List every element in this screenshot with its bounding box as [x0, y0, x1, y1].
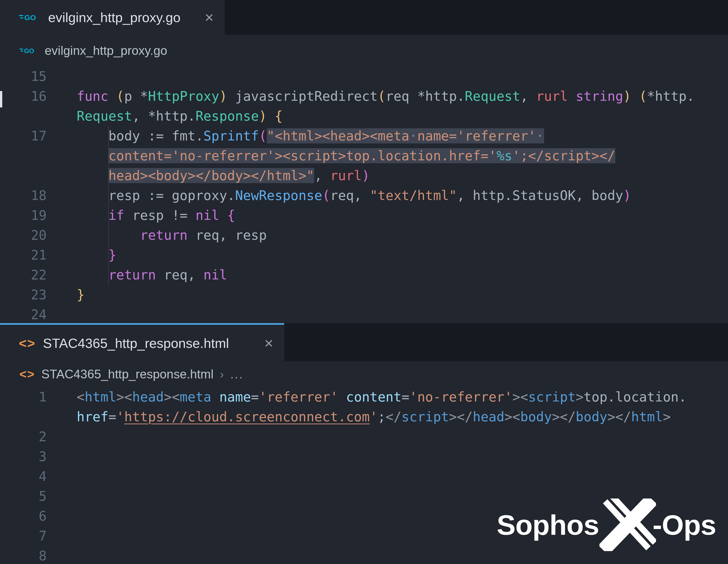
indent-guide [108, 126, 109, 285]
code-line[interactable]: <html><head><meta name='referrer' conten… [77, 387, 728, 407]
go-editor-panel: GO evilginx_http_proxy.go × GO evilginx_… [0, 0, 728, 323]
code-line[interactable]: if resp != nil { [77, 206, 728, 225]
go-file-icon: GO [19, 12, 41, 23]
line-number: 23 [0, 285, 47, 305]
line-number: 20 [0, 225, 47, 245]
code-row: 3 [0, 447, 728, 466]
code-row: 22 return req, nil [0, 265, 728, 285]
code-line[interactable]: resp := goproxy.NewResponse(req, "text/h… [77, 186, 728, 206]
line-number: 24 [0, 305, 47, 324]
line-number: 16 [0, 86, 47, 106]
html-file-icon: <> [19, 367, 35, 381]
code-row: 24 [0, 305, 728, 324]
line-number: 8 [0, 546, 47, 564]
line-number: 4 [0, 466, 47, 486]
code-line[interactable]: body := fmt.Sprintf("<html><head><meta·n… [77, 126, 728, 146]
code-row: href='https://cloud.screenconnect.com';<… [0, 407, 728, 427]
code-row: 23} [0, 285, 728, 305]
line-number: 1 [0, 387, 47, 407]
code-row: 16func (p *HttpProxy) javascriptRedirect… [0, 86, 728, 106]
svg-text:GO: GO [24, 47, 34, 55]
bottom-tab-bar: <> STAC4365_http_response.html × [0, 323, 728, 361]
code-row: 2 [0, 427, 728, 447]
top-code: 1516func (p *HttpProxy) javascriptRedire… [0, 67, 728, 324]
line-number: 7 [0, 526, 47, 546]
breadcrumb-ellipsis[interactable]: ... [230, 367, 244, 381]
code-line[interactable]: content='no-referrer'><script>top.locati… [77, 146, 728, 166]
code-row: 18 resp := goproxy.NewResponse(req, "tex… [0, 186, 728, 206]
line-number: 6 [0, 506, 47, 526]
html-file-icon: <> [19, 335, 35, 351]
code-row: 20 return req, resp [0, 225, 728, 245]
code-line[interactable]: return req, resp [77, 225, 728, 245]
close-icon[interactable]: × [205, 10, 214, 25]
left-edge-artifact [0, 91, 2, 108]
sophos-xops-logo: Sophos -Ops [497, 498, 716, 551]
chevron-right-icon: › [220, 367, 224, 381]
logo-brand: Sophos [497, 509, 599, 541]
top-tab-bar: GO evilginx_http_proxy.go × [0, 0, 728, 35]
line-number: 19 [0, 206, 47, 225]
code-line[interactable]: } [77, 245, 728, 265]
breadcrumb-file[interactable]: evilginx_http_proxy.go [45, 43, 167, 58]
code-line[interactable]: head><body></body></html>", rurl) [77, 166, 728, 186]
close-icon[interactable]: × [264, 335, 273, 351]
bottom-breadcrumb: <> STAC4365_http_response.html › ... [0, 361, 728, 387]
x-icon [599, 498, 656, 551]
line-number: 22 [0, 265, 47, 285]
line-number: 21 [0, 245, 47, 265]
code-row: 15 [0, 67, 728, 86]
line-number: 2 [0, 427, 47, 447]
code-row: 21 } [0, 245, 728, 265]
code-line[interactable]: href='https://cloud.screenconnect.com';<… [77, 407, 728, 427]
code-row: 1<html><head><meta name='referrer' conte… [0, 387, 728, 407]
tab-stac4365-http-response[interactable]: <> STAC4365_http_response.html × [0, 323, 284, 361]
tab-label: evilginx_http_proxy.go [48, 10, 180, 25]
top-breadcrumb: GO evilginx_http_proxy.go [0, 35, 728, 67]
code-row: 19 if resp != nil { [0, 206, 728, 225]
tab-label: STAC4365_http_response.html [43, 335, 229, 351]
code-line[interactable]: return req, nil [77, 265, 728, 285]
code-row: Request, *http.Response) { [0, 106, 728, 126]
go-file-icon: GO [19, 46, 38, 55]
line-number: 17 [0, 126, 47, 146]
line-number: 18 [0, 186, 47, 206]
tab-evilginx-http-proxy[interactable]: GO evilginx_http_proxy.go × [0, 0, 225, 35]
code-row: 4 [0, 466, 728, 486]
code-row: content='no-referrer'><script>top.locati… [0, 146, 728, 166]
line-number: 5 [0, 486, 47, 506]
breadcrumb-file[interactable]: STAC4365_http_response.html [41, 367, 213, 381]
line-number: 15 [0, 67, 47, 86]
code-row: head><body></body></html>", rurl) [0, 166, 728, 186]
code-line[interactable]: } [77, 285, 728, 305]
logo-suffix: -Ops [653, 509, 716, 541]
code-line[interactable]: func (p *HttpProxy) javascriptRedirect(r… [77, 86, 728, 106]
line-number: 3 [0, 447, 47, 466]
code-row: 17 body := fmt.Sprintf("<html><head><met… [0, 126, 728, 146]
svg-text:GO: GO [24, 13, 36, 22]
code-line[interactable]: Request, *http.Response) { [77, 106, 728, 126]
